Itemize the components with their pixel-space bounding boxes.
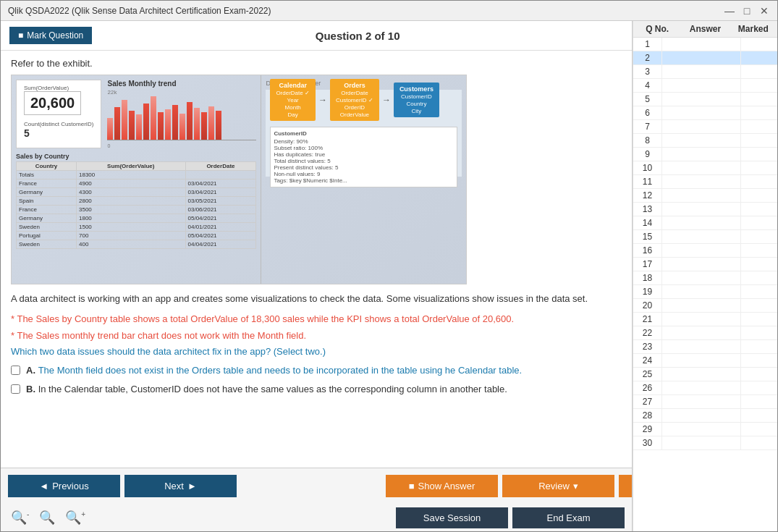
second-bottom-bar: 🔍- 🔍 🔍+ Save Session End Exam: [1, 504, 632, 531]
exhibit-left: Sum(OrderValue) 20,600 Count(distinct Cu…: [12, 75, 261, 284]
question-list-item-15[interactable]: 15: [633, 230, 777, 244]
question-list-item-7[interactable]: 7: [633, 120, 777, 134]
question-list-item-14[interactable]: 14: [633, 216, 777, 230]
next-button[interactable]: Next ►: [124, 475, 237, 497]
question-list-item-4[interactable]: 4: [633, 79, 777, 93]
prev-arrow-icon: ◄: [39, 481, 48, 491]
question-body-text: A data architect is working with an app …: [11, 292, 622, 306]
question-list-item-29[interactable]: 29: [633, 423, 777, 436]
dm-table-orders: OrdersOrderDateCustomerID ✓OrderIDOrderV…: [330, 79, 379, 121]
right-panel-header: Q No. Answer Marked: [633, 21, 777, 38]
question-list-item-10[interactable]: 10: [633, 161, 777, 175]
exhibit-right: Data Model Viewer CalendarOrderDate ✓Yea…: [261, 75, 466, 284]
window-title: Qlik QSDA2022 (Qlik Sense Data Architect…: [8, 6, 271, 16]
question-list-item-13[interactable]: 13: [633, 203, 777, 216]
question-list-item-5[interactable]: 5: [633, 93, 777, 106]
kpi-value: 20,600: [24, 91, 81, 115]
main-content: ■ Mark Question Question 2 of 10 Refer t…: [1, 21, 777, 531]
question-list-item-9[interactable]: 9: [633, 148, 777, 161]
dm-table-customers: CustomersCustomerIDCountryCity: [394, 83, 439, 117]
mark-question-button[interactable]: ■ Mark Question: [9, 27, 92, 44]
chart-bars: [107, 97, 256, 140]
right-panel: Q No. Answer Marked 1 2 3 4 5 6 7 8: [633, 21, 777, 531]
question-list-item-28[interactable]: 28: [633, 409, 777, 423]
answer-option-a: A. The Month field does not exist in the…: [11, 364, 622, 377]
col-answer-header: Answer: [681, 24, 729, 34]
save-session-button[interactable]: Save Session: [396, 507, 508, 528]
question-list-item-1[interactable]: 1: [633, 38, 777, 51]
review-button[interactable]: Review ▾: [502, 475, 614, 497]
title-bar: Qlik QSDA2022 (Qlik Sense Data Architect…: [1, 1, 777, 21]
zoom-out-button[interactable]: 🔍-: [8, 508, 32, 527]
question-list-item-6[interactable]: 6: [633, 106, 777, 120]
dm-table-calendar: CalendarOrderDate ✓YearMonthDay: [270, 79, 316, 121]
question-list-item-19[interactable]: 19: [633, 285, 777, 299]
col-marked-header: Marked: [730, 24, 777, 34]
question-list-item-22[interactable]: 22: [633, 326, 777, 340]
question-list: 1 2 3 4 5 6 7 8 9 10 11: [633, 38, 777, 531]
question-title: Question 2 of 10: [92, 30, 623, 42]
title-bar-controls: — □ ✕: [724, 5, 770, 17]
data-model-area: CalendarOrderDate ✓YearMonthDay → Orders…: [266, 90, 462, 177]
question-list-item-27[interactable]: 27: [633, 395, 777, 409]
col-qno-header: Q No.: [633, 24, 681, 34]
zoom-in-button[interactable]: 🔍+: [62, 508, 88, 527]
question-prompt: Which two data issues should the data ar…: [11, 346, 622, 357]
bottom-bar: ◄ Previous Next ► ■ Show Answer Review ▾: [1, 468, 632, 504]
question-note2: * The Sales monthly trend bar chart does…: [11, 329, 622, 343]
question-list-item-25[interactable]: 25: [633, 368, 777, 381]
question-list-item-8[interactable]: 8: [633, 134, 777, 148]
end-exam-button[interactable]: End Exam: [512, 507, 625, 528]
minimize-icon[interactable]: —: [724, 5, 735, 17]
answer-option-b: B. In the Calendar table, CustomerID doe…: [11, 383, 622, 396]
question-list-item-16[interactable]: 16: [633, 244, 777, 258]
maximize-icon[interactable]: □: [741, 5, 753, 17]
question-list-item-17[interactable]: 17: [633, 258, 777, 271]
question-list-item-2[interactable]: 2: [633, 51, 777, 65]
question-note1: * The Sales by Country table shows a tot…: [11, 312, 622, 326]
next-arrow-icon: ►: [187, 481, 197, 491]
checkbox-a[interactable]: [11, 366, 20, 375]
show-list-button[interactable]: ✔ Show List: [619, 475, 633, 497]
question-body: Refer to the exhibit. Sum(OrderValue) 20…: [1, 51, 632, 468]
review-arrow-icon: ▾: [573, 481, 578, 491]
question-list-item-23[interactable]: 23: [633, 340, 777, 354]
close-icon[interactable]: ✕: [758, 5, 770, 17]
kpi-label: Sum(OrderValue): [24, 85, 93, 91]
exhibit-image: Sum(OrderValue) 20,600 Count(distinct Cu…: [11, 75, 467, 284]
question-list-item-20[interactable]: 20: [633, 299, 777, 313]
exhibit-inner: Sum(OrderValue) 20,600 Count(distinct Cu…: [12, 75, 466, 284]
question-list-item-18[interactable]: 18: [633, 271, 777, 285]
chart-title: Sales Monthly trend: [107, 80, 256, 88]
dm-arrow-1: →: [318, 95, 327, 105]
zoom-reset-button[interactable]: 🔍: [36, 508, 58, 527]
question-header: ■ Mark Question Question 2 of 10: [1, 21, 632, 51]
question-list-item-12[interactable]: 12: [633, 189, 777, 203]
question-list-item-11[interactable]: 11: [633, 175, 777, 189]
show-answer-button[interactable]: ■ Show Answer: [386, 475, 498, 497]
question-list-item-21[interactable]: 21: [633, 313, 777, 326]
question-list-item-24[interactable]: 24: [633, 354, 777, 368]
sales-table: CountrySum(OrderValue)OrderDate Totals18…: [16, 161, 256, 249]
question-list-item-3[interactable]: 3: [633, 65, 777, 79]
question-list-item-26[interactable]: 26: [633, 381, 777, 395]
option-a-text: A. The Month field does not exist in the…: [26, 364, 522, 377]
left-panel: ■ Mark Question Question 2 of 10 Refer t…: [1, 21, 633, 531]
bottom-rows: ◄ Previous Next ► ■ Show Answer Review ▾: [1, 468, 632, 531]
previous-button[interactable]: ◄ Previous: [8, 475, 120, 497]
option-b-text: B. In the Calendar table, CustomerID doe…: [26, 383, 507, 396]
dm-arrow-2: →: [382, 95, 391, 105]
checkbox-b[interactable]: [11, 384, 20, 394]
mark-icon: ■: [18, 30, 23, 41]
show-answer-checkbox-icon: ■: [409, 481, 415, 491]
refer-exhibit: Refer to the exhibit.: [11, 58, 622, 69]
window-frame: Qlik QSDA2022 (Qlik Sense Data Architect…: [0, 0, 778, 532]
question-list-item-30[interactable]: 30: [633, 436, 777, 450]
